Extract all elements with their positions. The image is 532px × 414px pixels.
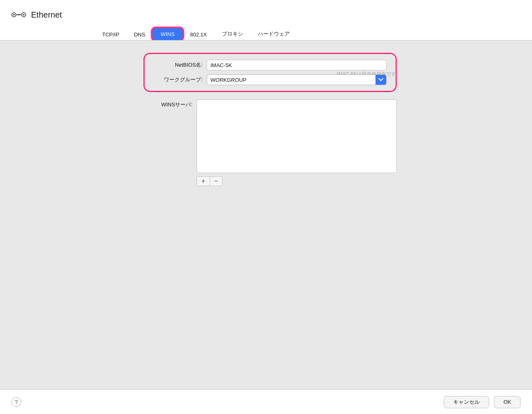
add-server-button[interactable]: + bbox=[197, 176, 210, 186]
tab-bar: TCP/IP DNS WINS 802.1X プロキシ ハードウェア bbox=[0, 28, 532, 40]
bottom-bar: ? キャンセル OK bbox=[0, 389, 532, 414]
netbios-row: NetBIOS名: bbox=[154, 60, 387, 70]
ethernet-icon bbox=[11, 7, 26, 22]
workgroup-label: ワークグループ: bbox=[154, 76, 203, 83]
main-content: IMAC-5Kは現在使用中です。 NetBIOS名: ワークグループ: WORK… bbox=[0, 40, 532, 389]
help-button[interactable]: ? bbox=[11, 397, 21, 407]
ok-button[interactable]: OK bbox=[494, 396, 521, 408]
workgroup-value: WORKGROUP bbox=[207, 77, 376, 83]
workgroup-select-wrapper[interactable]: WORKGROUP bbox=[207, 74, 387, 85]
title-bar: Ethernet bbox=[0, 0, 532, 28]
tab-tcpip[interactable]: TCP/IP bbox=[95, 29, 127, 40]
tab-hardware[interactable]: ハードウェア bbox=[250, 28, 297, 40]
netbios-input[interactable] bbox=[207, 60, 387, 70]
svg-point-3 bbox=[13, 14, 15, 16]
workgroup-row: ワークグループ: WORKGROUP bbox=[154, 74, 387, 85]
remove-server-button[interactable]: − bbox=[210, 176, 223, 186]
wins-server-textarea[interactable] bbox=[197, 99, 397, 173]
netbios-label: NetBIOS名: bbox=[154, 61, 203, 69]
add-remove-row: + − bbox=[143, 176, 223, 186]
tab-8021x[interactable]: 802.1X bbox=[183, 29, 214, 40]
tab-dns[interactable]: DNS bbox=[127, 29, 152, 40]
form-area: IMAC-5Kは現在使用中です。 NetBIOS名: ワークグループ: WORK… bbox=[119, 53, 413, 186]
bottom-actions: キャンセル OK bbox=[444, 396, 521, 408]
tab-wins[interactable]: WINS bbox=[152, 28, 183, 40]
tab-proxy[interactable]: プロキシ bbox=[215, 28, 250, 40]
workgroup-dropdown-button[interactable] bbox=[376, 75, 386, 85]
wins-section: WINSサーバ: bbox=[143, 99, 397, 173]
wins-server-label: WINSサーバ: bbox=[143, 99, 192, 108]
svg-point-5 bbox=[23, 14, 25, 16]
svg-point-4 bbox=[18, 14, 20, 16]
cancel-button[interactable]: キャンセル bbox=[444, 396, 489, 408]
page-title: Ethernet bbox=[31, 10, 62, 20]
